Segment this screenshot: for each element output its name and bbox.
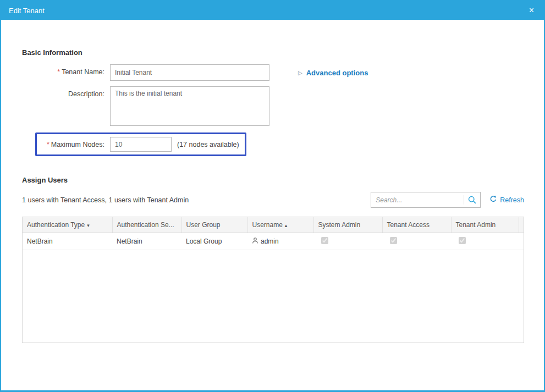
title-bar: Edit Tenant × <box>1 1 544 20</box>
basic-information-heading: Basic Information <box>22 48 524 57</box>
system-admin-checkbox[interactable] <box>321 237 328 244</box>
description-textarea[interactable]: This is the initial tenant <box>110 86 269 126</box>
cell-user-group: Local Group <box>181 233 247 250</box>
description-label: Description: <box>22 86 110 98</box>
refresh-icon <box>489 195 497 205</box>
cell-username: admin <box>247 233 313 250</box>
description-row: Description: This is the initial tenant <box>22 86 524 126</box>
cell-filler <box>519 233 524 250</box>
search-icon[interactable] <box>464 195 477 205</box>
user-icon <box>252 237 258 246</box>
tenant-access-checkbox[interactable] <box>390 237 397 244</box>
cell-authentication-type: NetBrain <box>23 233 112 250</box>
users-summary: 1 users with Tenant Access, 1 users with… <box>22 196 189 204</box>
advanced-options-link[interactable]: ▷ Advanced options <box>298 64 368 77</box>
table-row[interactable]: NetBrain NetBrain Local Group <box>23 233 524 250</box>
column-header-authentication-type[interactable]: Authentication Type▾ <box>23 217 112 233</box>
column-header-filler <box>519 217 524 233</box>
search-input[interactable] <box>376 196 464 204</box>
refresh-button[interactable]: Refresh <box>489 195 524 205</box>
cell-system-admin <box>313 233 382 250</box>
cell-tenant-admin <box>451 233 519 250</box>
dialog-title: Edit Tenant <box>9 7 45 15</box>
table-header-row: Authentication Type▾ Authentication Se..… <box>23 217 524 233</box>
column-header-authentication-server[interactable]: Authentication Se... <box>112 217 181 233</box>
required-asterisk: * <box>57 68 60 76</box>
tenant-admin-checkbox[interactable] <box>459 237 466 244</box>
edit-tenant-dialog: Edit Tenant × Basic Information *Tenant … <box>0 0 545 392</box>
search-box <box>371 192 481 208</box>
maximum-nodes-label: *Maximum Nodes: <box>37 141 110 148</box>
caret-right-icon: ▷ <box>298 70 302 76</box>
column-header-user-group[interactable]: User Group <box>181 217 247 233</box>
advanced-options-label: Advanced options <box>306 69 368 77</box>
tenant-name-input[interactable] <box>110 64 269 81</box>
maximum-nodes-highlight-box: *Maximum Nodes: (17 nodes available) <box>35 132 246 156</box>
filter-caret-icon: ▾ <box>87 223 90 228</box>
cell-tenant-access <box>382 233 451 250</box>
required-asterisk: * <box>47 141 49 148</box>
tenant-name-row: *Tenant Name: ▷ Advanced options <box>22 64 524 81</box>
assign-users-heading: Assign Users <box>22 176 524 184</box>
column-header-tenant-access[interactable]: Tenant Access <box>382 217 451 233</box>
close-icon[interactable]: × <box>527 5 536 16</box>
refresh-label: Refresh <box>500 196 524 204</box>
sort-asc-icon: ▴ <box>285 223 288 228</box>
users-table: Authentication Type▾ Authentication Se..… <box>22 217 524 343</box>
maximum-nodes-input[interactable] <box>110 137 172 152</box>
column-header-username[interactable]: Username▴ <box>247 217 313 233</box>
cell-authentication-server: NetBrain <box>112 233 181 250</box>
tenant-name-label: *Tenant Name: <box>22 64 110 76</box>
assign-users-toolbar: 1 users with Tenant Access, 1 users with… <box>22 192 524 208</box>
nodes-available-hint: (17 nodes available) <box>177 141 239 148</box>
dialog-body: Basic Information *Tenant Name: ▷ Advanc… <box>1 48 544 392</box>
column-header-system-admin[interactable]: System Admin <box>313 217 382 233</box>
column-header-tenant-admin[interactable]: Tenant Admin <box>451 217 519 233</box>
toolbar-right: Refresh <box>371 192 524 208</box>
